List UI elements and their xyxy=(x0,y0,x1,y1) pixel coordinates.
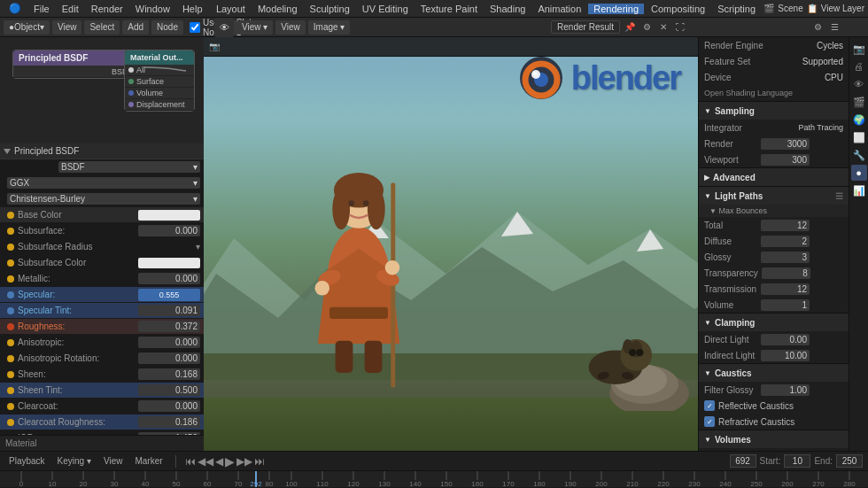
prop-clearcoat[interactable]: Clearcoat: 0.000 xyxy=(0,399,204,414)
select-menu[interactable]: Select xyxy=(84,20,120,35)
render-samples-input[interactable] xyxy=(761,138,810,150)
diffuse-input[interactable] xyxy=(761,236,810,247)
specular-tint-value[interactable]: 0.091 xyxy=(138,305,200,316)
jump-end-btn[interactable]: ⏭ xyxy=(254,455,265,468)
caustics-header[interactable]: ▼ Caustics xyxy=(699,364,849,382)
reflective-caustics-checkbox[interactable]: ✓ xyxy=(704,400,715,411)
prev-keyframe-btn[interactable]: ◀◀ xyxy=(198,455,213,468)
menu-help[interactable]: Help xyxy=(177,0,208,17)
volume-input[interactable] xyxy=(761,299,810,311)
sidebar-icon-render[interactable]: 📷 xyxy=(851,41,867,57)
light-paths-list-icon[interactable]: ☰ xyxy=(835,191,843,201)
prop-anisotropic-rotation[interactable]: Anisotropic Rotation: 0.000 xyxy=(0,351,204,367)
workspace-modeling[interactable]: Modeling xyxy=(252,4,303,14)
use-nodes-checkbox[interactable] xyxy=(190,22,200,33)
transmission-lp-input[interactable] xyxy=(761,283,810,295)
light-paths-header[interactable]: ▼ Light Paths ☰ xyxy=(699,187,849,205)
prop-subsurface-color[interactable]: Subsurface Color xyxy=(0,255,204,271)
bsdf-section-header[interactable]: Principled BSDF xyxy=(0,143,204,159)
timeline-ruler[interactable]: 0 10 20 30 40 50 60 70 xyxy=(0,470,868,488)
volumes-header[interactable]: ▼ Volumes xyxy=(699,430,849,448)
viewport-icon-btn[interactable]: 👁 xyxy=(214,18,234,37)
direct-light-input[interactable] xyxy=(761,334,810,345)
menu-render[interactable]: Render xyxy=(86,0,128,17)
prop-subsurface-radius[interactable]: Subsurface Radius ▾ xyxy=(0,239,204,255)
subsurface-color-swatch[interactable] xyxy=(138,258,200,268)
indirect-light-input[interactable] xyxy=(761,350,810,361)
anisotropic-value[interactable]: 0.000 xyxy=(138,337,200,348)
prop-sheen-tint[interactable]: Sheen Tint: 0.500 xyxy=(0,383,204,399)
prev-frame-btn[interactable]: ◀ xyxy=(215,455,223,468)
menu-edit[interactable]: Edit xyxy=(57,0,84,17)
pin-icon[interactable]: 📌 xyxy=(623,20,637,35)
clearcoat-value[interactable]: 0.000 xyxy=(138,400,200,412)
sidebar-icon-material[interactable]: ● xyxy=(851,165,867,181)
menu-file[interactable]: File xyxy=(28,0,55,17)
workspace-uv[interactable]: UV Editing xyxy=(357,4,414,14)
workspace-layout[interactable]: Layout xyxy=(211,4,251,14)
menu-window[interactable]: Window xyxy=(130,0,175,17)
jump-start-btn[interactable]: ⏮ xyxy=(185,455,196,468)
view-btn2[interactable]: View ▾ xyxy=(236,20,273,35)
properties-scroll[interactable]: Principled BSDF BSDF▾ GGX▾ Christensen-B… xyxy=(0,143,204,435)
node-viewer-area[interactable]: Principled BSDF BSDF Material Out... All… xyxy=(0,37,204,143)
subsurface-dropdown[interactable]: Christensen-Burley▾ xyxy=(7,193,200,205)
specular-bar[interactable]: 0.555 xyxy=(138,289,200,301)
sidebar-icon-modifier[interactable]: 🔧 xyxy=(851,147,867,163)
refractive-caustics-checkbox[interactable]: ✓ xyxy=(704,416,715,427)
distribution-dropdown[interactable]: GGX▾ xyxy=(7,177,200,189)
workspace-texture[interactable]: Texture Paint xyxy=(415,4,483,14)
expand-icon[interactable]: ⛶ xyxy=(673,20,687,35)
glossy-input[interactable] xyxy=(761,252,810,263)
sidebar-icon-scene[interactable]: 🎬 xyxy=(851,94,867,110)
view-menu[interactable]: View xyxy=(52,20,82,35)
bsdf-type-dropdown[interactable]: BSDF▾ xyxy=(58,161,200,173)
marker-btn[interactable]: Marker xyxy=(131,456,166,466)
workspace-scripting[interactable]: Scripting xyxy=(712,4,761,14)
filter-glossy-input[interactable] xyxy=(761,384,810,396)
workspace-sculpting[interactable]: Sculpting xyxy=(305,4,355,14)
sheen-value[interactable]: 0.168 xyxy=(138,368,200,380)
start-frame-input[interactable] xyxy=(784,454,810,468)
prop-specular[interactable]: Specular: 0.555 xyxy=(0,287,204,303)
prop-base-color[interactable]: Base Color xyxy=(0,207,204,223)
prop-roughness[interactable]: Roughness: 0.372 xyxy=(0,319,204,335)
roughness-value[interactable]: 0.372 xyxy=(138,321,200,332)
viewport[interactable]: blender 📷 xyxy=(204,37,698,451)
filter-icon[interactable]: ☰ xyxy=(827,20,841,35)
add-menu[interactable]: Add xyxy=(122,20,149,35)
workspace-compositing[interactable]: Compositing xyxy=(646,4,710,14)
viewport-samples-input[interactable] xyxy=(761,154,810,166)
node-menu[interactable]: Node xyxy=(151,20,183,35)
prop-anisotropic[interactable]: Anisotropic: 0.000 xyxy=(0,335,204,351)
close-icon[interactable]: ✕ xyxy=(656,20,670,35)
image-btn[interactable]: Image ▾ xyxy=(308,20,351,35)
mat-out-node[interactable]: Material Out... All Surface Volume Displ… xyxy=(124,50,195,112)
anisotropic-rotation-value[interactable]: 0.000 xyxy=(138,352,200,364)
sidebar-icon-data[interactable]: 📊 xyxy=(851,182,867,198)
transparency-input[interactable] xyxy=(762,267,810,279)
view-btn[interactable]: View xyxy=(100,456,127,466)
keying-btn[interactable]: Keying ▾ xyxy=(54,456,95,466)
metallic-value[interactable]: 0.000 xyxy=(138,273,200,284)
sidebar-icon-world[interactable]: 🌍 xyxy=(851,112,867,128)
menu-blender[interactable]: 🔵 xyxy=(4,0,27,17)
object-mode-btn[interactable]: ● Object ▾ xyxy=(4,20,50,35)
advanced-header[interactable]: ▶ Advanced xyxy=(699,168,849,186)
clamping-header[interactable]: ▼ Clamping xyxy=(699,314,849,331)
display-settings-icon[interactable]: ⚙ xyxy=(639,20,654,35)
current-frame-input[interactable] xyxy=(730,454,756,468)
prop-sheen[interactable]: Sheen: 0.168 xyxy=(0,367,204,383)
prop-specular-tint[interactable]: Specular Tint: 0.091 xyxy=(0,303,204,319)
prop-subsurface[interactable]: Subsurface: 0.000 xyxy=(0,223,204,239)
clearcoat-roughness-value[interactable]: 0.186 xyxy=(138,416,200,428)
total-input[interactable] xyxy=(761,220,810,231)
properties-settings-icon[interactable]: ⚙ xyxy=(810,20,825,35)
playback-btn[interactable]: Playback xyxy=(5,456,49,466)
sidebar-icon-object[interactable]: ⬜ xyxy=(851,129,867,145)
prop-clearcoat-roughness[interactable]: Clearcoat Roughness: 0.186 xyxy=(0,414,204,430)
play-btn[interactable]: ▶ xyxy=(225,454,235,469)
sidebar-icon-output[interactable]: 🖨 xyxy=(851,58,867,74)
workspace-rendering[interactable]: Rendering xyxy=(588,4,644,14)
workspace-shading[interactable]: Shading xyxy=(484,4,531,14)
